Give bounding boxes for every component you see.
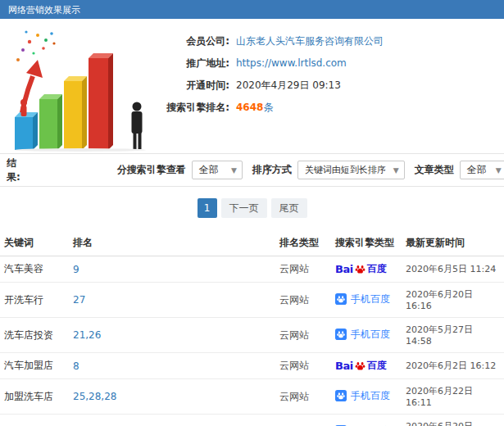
header-engine-type: 搜索引擎类型 xyxy=(331,230,402,256)
table-row: 洗车店投资 21,26 云网站 手机百度 2020年5月27日 14 xyxy=(0,318,504,353)
engine-cell: 手机百度 xyxy=(331,283,402,318)
growth-chart-graphic xyxy=(7,27,150,152)
next-page-button[interactable]: 下一页 xyxy=(221,198,267,218)
result-label: 结果: xyxy=(7,156,20,184)
page-title: 网络营销效果展示 xyxy=(8,5,80,16)
baidu-paw-icon xyxy=(355,264,366,274)
updated-cell: 2020年6月2日 16:12 xyxy=(402,353,504,379)
engine-rank-label: 搜索引擎排名: xyxy=(152,100,229,115)
rank-type-cell: 云网站 xyxy=(275,379,331,415)
updated-cell: 2020年6月5日 11:24 xyxy=(402,256,504,283)
table-row: 开洗车行 27 云网站 手机百度 2020年6月20日 16:16 xyxy=(0,283,504,318)
member-info-rows: 会员公司: 山东老人头汽车服务咨询有限公司 推广地址: https://www.… xyxy=(152,24,504,153)
member-info-section: 会员公司: 山东老人头汽车服务咨询有限公司 推广地址: https://www.… xyxy=(0,19,504,153)
keyword-cell: 汽车美容 xyxy=(0,256,69,283)
article-type-select[interactable]: 全部 ▼ xyxy=(460,161,504,179)
baidu-logo: Bai 百度 xyxy=(335,262,387,276)
sort-order-label: 排序方式 xyxy=(252,163,292,177)
rank-link[interactable]: 27 xyxy=(73,294,85,306)
mobile-baidu-icon xyxy=(335,293,347,305)
rank-type-cell: 云网站 xyxy=(275,415,331,426)
table-row: 洗车赚钱吗 30 云网站 手机百度 2020年6月20日 16:12 xyxy=(0,415,504,426)
updated-cell: 2020年6月20日 16:16 xyxy=(402,283,504,318)
baidu-logo: Bai 百度 xyxy=(335,359,387,373)
header-updated: 最新更新时间 xyxy=(402,230,504,256)
baidu-paw-icon xyxy=(355,360,366,371)
header-rank-type: 排名类型 xyxy=(275,230,331,256)
promo-url-label: 推广地址: xyxy=(152,56,229,70)
keyword-cell: 加盟洗车店 xyxy=(0,379,69,415)
keyword-cell: 洗车赚钱吗 xyxy=(0,415,69,426)
engine-filter-select[interactable]: 全部 ▼ xyxy=(192,161,243,179)
engine-cell: 手机百度 xyxy=(331,318,402,353)
engine-cell: 手机百度 xyxy=(331,379,402,415)
rank-link[interactable]: 21,26 xyxy=(73,329,101,341)
mobile-baidu-logo: 手机百度 xyxy=(335,389,390,403)
open-time-label: 开通时间: xyxy=(152,78,229,93)
mobile-baidu-icon xyxy=(335,390,347,401)
chevron-down-icon: ▼ xyxy=(393,166,399,174)
keyword-cell: 汽车加盟店 xyxy=(0,353,69,379)
titlebar: 网络营销效果展示 xyxy=(0,0,504,19)
engine-cell: Bai 百度 xyxy=(331,256,402,283)
keyword-cell: 洗车店投资 xyxy=(0,318,69,353)
page-current[interactable]: 1 xyxy=(198,198,217,218)
chevron-down-icon: ▼ xyxy=(231,166,237,174)
engine-cell: Bai 百度 xyxy=(331,353,402,379)
rank-type-cell: 云网站 xyxy=(275,256,331,283)
sort-order-select[interactable]: 关键词由短到长排序 ▼ xyxy=(297,161,405,179)
rank-type-cell: 云网站 xyxy=(275,353,331,379)
open-time-row: 开通时间: 2020年4月29日 09:13 xyxy=(152,78,504,93)
rank-link[interactable]: 25,28,28 xyxy=(73,391,116,402)
keyword-rank-table: 关键词 排名 排名类型 搜索引擎类型 最新更新时间 汽车美容 9 云网站 Bai… xyxy=(0,230,504,426)
table-row: 加盟洗车店 25,28,28 云网站 手机百度 2020年6月22日 xyxy=(0,379,504,415)
mobile-baidu-icon xyxy=(335,329,347,340)
updated-cell: 2020年6月22日 16:11 xyxy=(402,379,504,415)
mobile-baidu-logo: 手机百度 xyxy=(335,292,390,306)
engine-rank-value: 4648条 xyxy=(236,100,273,115)
engine-filter-value: 全部 xyxy=(199,163,219,177)
table-row: 汽车美容 9 云网站 Bai 百度 2020年6月5日 11:24 xyxy=(0,256,504,283)
promo-url-row: 推广地址: https://www.lrtlsd.com xyxy=(152,56,504,70)
engine-filter-label: 分搜索引擎查看 xyxy=(117,163,186,177)
table-row: 汽车加盟店 8 云网站 Bai 百度 2020年6月2日 16:12 xyxy=(0,353,504,379)
article-type-label: 文章类型 xyxy=(415,163,454,177)
rank-type-cell: 云网站 xyxy=(275,283,331,318)
company-row: 会员公司: 山东老人头汽车服务咨询有限公司 xyxy=(152,34,504,48)
company-link[interactable]: 山东老人头汽车服务咨询有限公司 xyxy=(236,34,384,48)
engine-rank-row: 搜索引擎排名: 4648条 xyxy=(152,100,504,115)
header-keyword: 关键词 xyxy=(0,230,69,256)
table-header-row: 关键词 排名 排名类型 搜索引擎类型 最新更新时间 xyxy=(0,230,504,256)
rank-unit: 条 xyxy=(263,102,273,113)
rank-link[interactable]: 9 xyxy=(73,264,79,275)
updated-cell: 2020年6月20日 16:12 xyxy=(402,415,504,426)
open-time-value: 2020年4月29日 09:13 xyxy=(236,78,341,93)
bar-chart-illustration xyxy=(0,24,152,153)
rank-count: 4648 xyxy=(236,102,263,113)
pagination: 1 下一页 尾页 xyxy=(0,187,504,230)
company-label: 会员公司: xyxy=(152,34,229,48)
filter-bar: 结果: 分搜索引擎查看 全部 ▼ 排序方式 关键词由短到长排序 ▼ 文章类型 全… xyxy=(0,153,504,187)
chevron-down-icon: ▼ xyxy=(496,166,502,174)
sort-order-value: 关键词由短到长排序 xyxy=(305,164,386,176)
header-rank: 排名 xyxy=(69,230,275,256)
keyword-cell: 开洗车行 xyxy=(0,283,69,318)
mobile-baidu-logo: 手机百度 xyxy=(335,328,390,342)
engine-cell: 手机百度 xyxy=(331,415,402,426)
article-type-value: 全部 xyxy=(467,163,487,177)
rank-link[interactable]: 8 xyxy=(73,360,79,372)
promo-url-link[interactable]: https://www.lrtlsd.com xyxy=(236,56,347,70)
rank-type-cell: 云网站 xyxy=(275,318,331,353)
last-page-button[interactable]: 尾页 xyxy=(271,198,307,218)
updated-cell: 2020年5月27日 14:58 xyxy=(402,318,504,353)
